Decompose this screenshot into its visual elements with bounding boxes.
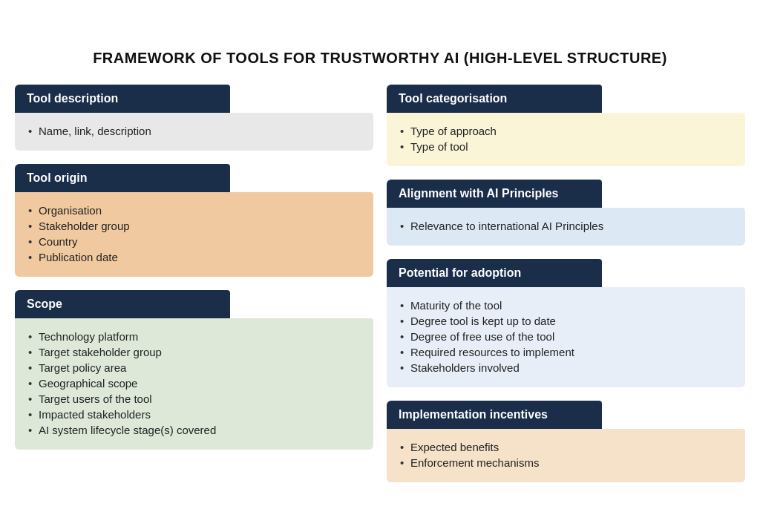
list-item: Impacted stakeholders <box>28 407 360 422</box>
tool-description-list: Name, link, description <box>28 123 360 139</box>
list-item: Country <box>28 234 360 249</box>
list-item: AI system lifecycle stage(s) covered <box>28 422 360 438</box>
page-wrapper: FRAMEWORK OF TOOLS FOR TRUSTWORTHY AI (H… <box>15 50 745 482</box>
list-item: Degree of free use of the tool <box>400 329 732 344</box>
card-tool-origin: Tool origin Organisation Stakeholder gro… <box>15 164 373 277</box>
scope-body: Technology platform Target stakeholder g… <box>15 318 373 450</box>
implementation-body: Expected benefits Enforcement mechanisms <box>387 429 745 482</box>
list-item: Maturity of the tool <box>400 298 732 313</box>
scope-list: Technology platform Target stakeholder g… <box>28 329 360 438</box>
alignment-body: Relevance to international AI Principles <box>387 208 745 246</box>
list-item: Stakeholders involved <box>400 360 732 375</box>
col-left: Tool description Name, link, description… <box>15 85 373 482</box>
list-item: Stakeholder group <box>28 218 360 234</box>
list-item: Target users of the tool <box>28 391 360 407</box>
list-item: Required resources to implement <box>400 344 732 360</box>
card-potential: Potential for adoption Maturity of the t… <box>387 259 745 387</box>
tool-categorisation-body: Type of approach Type of tool <box>387 113 745 166</box>
list-item: Target stakeholder group <box>28 344 360 360</box>
tool-origin-body: Organisation Stakeholder group Country P… <box>15 192 373 277</box>
alignment-header: Alignment with AI Principles <box>387 180 602 208</box>
tool-categorisation-header: Tool categorisation <box>387 85 602 113</box>
main-title: FRAMEWORK OF TOOLS FOR TRUSTWORTHY AI (H… <box>15 50 745 67</box>
list-item: Geographical scope <box>28 375 360 391</box>
tool-origin-list: Organisation Stakeholder group Country P… <box>28 203 360 265</box>
potential-body: Maturity of the tool Degree tool is kept… <box>387 287 745 387</box>
implementation-list: Expected benefits Enforcement mechanisms <box>400 439 732 470</box>
col-right: Tool categorisation Type of approach Typ… <box>387 85 745 482</box>
tool-categorisation-list: Type of approach Type of tool <box>400 123 732 154</box>
list-item: Publication date <box>28 249 360 265</box>
list-item: Expected benefits <box>400 439 732 455</box>
list-item: Type of approach <box>400 123 732 139</box>
card-scope: Scope Technology platform Target stakeho… <box>15 290 373 450</box>
list-item: Organisation <box>28 203 360 218</box>
main-grid: Tool description Name, link, description… <box>15 85 745 482</box>
list-item: Enforcement mechanisms <box>400 455 732 470</box>
potential-header: Potential for adoption <box>387 259 602 287</box>
alignment-list: Relevance to international AI Principles <box>400 218 732 234</box>
list-item: Degree tool is kept up to date <box>400 313 732 329</box>
list-item: Name, link, description <box>28 123 360 139</box>
list-item: Type of tool <box>400 139 732 154</box>
list-item: Technology platform <box>28 329 360 344</box>
scope-header: Scope <box>15 290 230 318</box>
tool-description-header: Tool description <box>15 85 230 113</box>
tool-description-body: Name, link, description <box>15 113 373 151</box>
list-item: Relevance to international AI Principles <box>400 218 732 234</box>
potential-list: Maturity of the tool Degree tool is kept… <box>400 298 732 375</box>
card-alignment: Alignment with AI Principles Relevance t… <box>387 180 745 246</box>
implementation-header: Implementation incentives <box>387 401 602 429</box>
card-implementation: Implementation incentives Expected benef… <box>387 401 745 482</box>
list-item: Target policy area <box>28 360 360 375</box>
tool-origin-header: Tool origin <box>15 164 230 192</box>
card-tool-categorisation: Tool categorisation Type of approach Typ… <box>387 85 745 166</box>
card-tool-description: Tool description Name, link, description <box>15 85 373 151</box>
